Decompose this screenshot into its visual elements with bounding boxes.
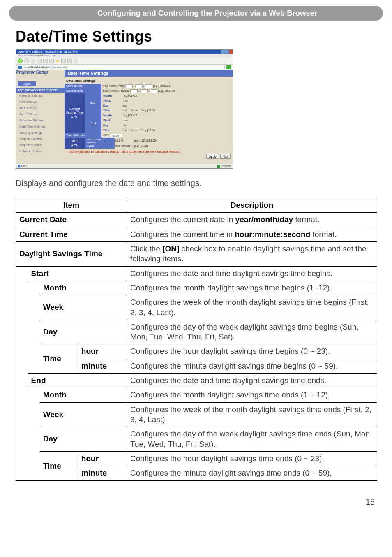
dst-end-day-select[interactable]: Sun <box>122 124 127 128</box>
sidebar-item-mail-settings[interactable]: Mail Settings <box>16 105 65 111</box>
cell-end-hour-desc: Configures the hour daylight savings tim… <box>127 451 377 466</box>
sidebar-header: Top: Network Information <box>16 88 65 93</box>
status-bar: Done Internet <box>16 163 233 168</box>
sidebar-item-schedule-settings[interactable]: Schedule Settings <box>16 117 65 123</box>
home-icon[interactable] <box>43 59 48 63</box>
sidebar-item-projector-status[interactable]: Projector Status <box>16 142 65 148</box>
projector-setup-label: Projector Setup <box>16 70 48 74</box>
dst-vlabel-text: Daylight Savings Time <box>65 107 85 114</box>
dst-start-week-lab: Week <box>101 98 122 103</box>
dst-end-week-select[interactable]: First <box>122 119 128 123</box>
row-current-time: Current Time hour : minute : second :: [… <box>65 88 233 93</box>
label-current-date: Current Date <box>65 84 101 88</box>
row-end: End Configures the date and time dayligh… <box>16 374 377 388</box>
sidebar-item-network-settings[interactable]: Network Settings <box>16 93 65 99</box>
sntp-cycle-val: hour : minute <box>115 144 130 149</box>
eg-current-time: [e.g.] 18:01:25 <box>158 88 175 93</box>
cell-end-time-label: Time <box>40 451 78 480</box>
print-icon[interactable] <box>74 59 78 63</box>
history-icon[interactable] <box>61 59 66 63</box>
row-current-date: Current Date Configures the current date… <box>16 213 377 227</box>
sidebar-item-network-restart[interactable]: Network Restart <box>16 148 65 154</box>
hour-input[interactable] <box>130 89 138 93</box>
cell-end-minute-label: minute <box>78 466 127 480</box>
indent-dst <box>16 266 28 480</box>
maximize-icon[interactable] <box>225 50 229 54</box>
th-item: Item <box>16 198 127 213</box>
cell-end-month-desc: Configures the month daylight savings ti… <box>127 388 377 402</box>
dst-end-time-lab: Time <box>101 128 122 133</box>
dst-end-day-lab: Day <box>101 123 122 128</box>
back-icon[interactable] <box>18 58 23 63</box>
cell-start-month-desc: Configures the month daylight savings ti… <box>127 281 377 295</box>
sidebar-item-security-settings[interactable]: Security Settings <box>16 130 65 136</box>
row-current-date: Current Date year / month / day // [e.g.… <box>65 84 233 88</box>
settings-table: Item Description Current Date Configures… <box>16 198 377 481</box>
main-title: Date/Time Settings <box>65 70 233 77</box>
cell-start-week-desc: Configures the week of the month dayligh… <box>127 295 377 320</box>
cell-end-month-label: Month <box>40 388 127 402</box>
favorites-icon[interactable]: ★ <box>55 59 60 63</box>
sntp-vlabel-text: SNTP <box>71 139 79 143</box>
timediff-gmt: GMT <box>103 133 109 138</box>
close-icon[interactable] <box>229 50 233 54</box>
apply-button[interactable]: Apply <box>206 154 219 159</box>
dst-start-day-select[interactable]: Sun <box>122 104 127 108</box>
globe-icon <box>217 165 220 168</box>
sidebar-item-alert-settings[interactable]: Alert Settings <box>16 111 65 117</box>
dst-end-time-eg: [e.g.] 18:06 <box>142 128 155 133</box>
cell-current-time-desc: Configures the current time in hour:minu… <box>127 227 377 241</box>
month-input[interactable] <box>135 84 143 88</box>
cell-end-desc: Configures the date and time daylight sa… <box>127 374 377 388</box>
cell-dst-label: Daylight Savings Time <box>16 241 127 266</box>
status-done: Done <box>18 165 28 167</box>
cell-end-week-desc: Configures the week of the month dayligh… <box>127 402 377 427</box>
cell-start-hour-desc: Configures the hour daylight savings tim… <box>127 344 377 359</box>
day-input[interactable] <box>145 84 152 88</box>
sidebar-item-date-time-settings[interactable]: Date/Time Settings <box>16 123 65 130</box>
sntp-server-input[interactable]: 0.0.0.0 <box>115 138 133 143</box>
minimize-icon[interactable] <box>221 50 225 54</box>
row-end-hour: Time hour Configures the hour daylight s… <box>16 451 377 466</box>
cell-end-label: End <box>28 374 127 388</box>
dst-end-week-lab: Week <box>101 118 122 123</box>
year-input[interactable] <box>125 84 133 88</box>
search-icon[interactable] <box>49 59 54 63</box>
refresh-icon[interactable] <box>37 59 42 63</box>
browser-menubar[interactable]: File Edit View Favorites Tools Help <box>16 54 233 58</box>
sntp-on-checkbox[interactable]: ON <box>74 144 78 147</box>
sidebar-item-port-settings[interactable]: Port Settings <box>16 99 65 105</box>
page-number: 15 <box>0 497 375 507</box>
cell-start-time-label: Time <box>40 344 78 374</box>
cell-current-date-desc: Configures the current date in year/mont… <box>127 213 377 227</box>
cell-end-day-label: Day <box>40 427 127 452</box>
cell-start-desc: Configures the date and time daylight sa… <box>127 266 377 281</box>
dst-start-day-lab: Day <box>101 103 122 108</box>
forward-icon[interactable] <box>24 58 29 63</box>
mail-icon[interactable] <box>67 59 72 63</box>
row-dst: Daylight Savings Time Click the [ON] che… <box>16 241 377 266</box>
cell-start-week-label: Week <box>40 295 127 320</box>
address-input[interactable]: http://192.168.1.10/admin/datetime.html <box>18 65 225 69</box>
top-button[interactable]: Top <box>220 154 231 159</box>
row-end-month: Month Configures the month daylight savi… <box>16 388 377 402</box>
go-button[interactable] <box>226 65 231 69</box>
second-input[interactable] <box>150 89 157 93</box>
browser-screenshot: Date/Time Settings - Microsoft Internet … <box>16 49 233 169</box>
cell-end-minute-desc: Configures the minute daylight savings t… <box>127 466 377 480</box>
dst-end-time-val: hour : minute <box>122 128 138 133</box>
row-end-week: Week Configures the week of the month da… <box>16 402 377 427</box>
row-end-day: Day Configures the day of the week dayli… <box>16 427 377 452</box>
logoff-button[interactable]: Logoff <box>18 81 36 86</box>
cell-start-month-label: Month <box>40 281 127 295</box>
dst-on-checkbox[interactable]: ON <box>74 116 78 119</box>
sidebar-item-projector-control[interactable]: Projector Control <box>16 136 65 142</box>
cell-current-date-label: Current Date <box>16 213 127 227</box>
cell-start-day-desc: Configures the day of the week daylight … <box>127 320 377 344</box>
stop-icon[interactable] <box>31 59 35 63</box>
timediff-select[interactable]: +00:00 <box>110 134 122 137</box>
cell-start-minute-label: minute <box>78 359 127 373</box>
dst-start-week-select[interactable]: First <box>122 99 128 103</box>
sntp-group: SNTP ■ ON SNTP Server IP Address 0.0.0.0… <box>65 138 233 149</box>
minute-input[interactable] <box>140 89 148 93</box>
